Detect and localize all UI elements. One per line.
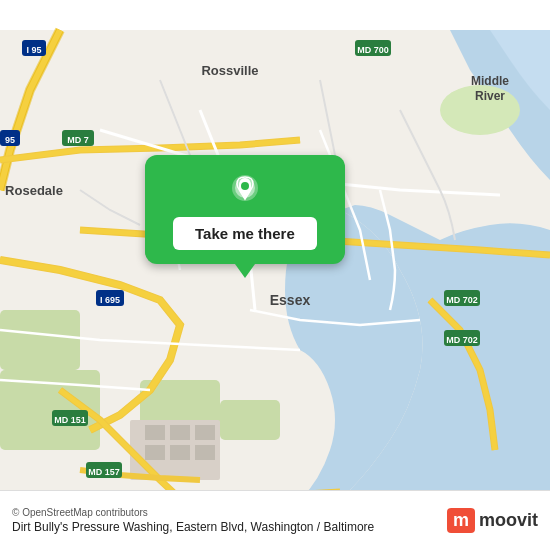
svg-text:MD 151: MD 151: [54, 415, 86, 425]
svg-text:MD 702: MD 702: [446, 335, 478, 345]
svg-text:Rosedale: Rosedale: [5, 183, 63, 198]
svg-text:River: River: [475, 89, 505, 103]
svg-rect-7: [145, 425, 165, 440]
moovit-logo-badge: m: [447, 508, 475, 533]
svg-text:95: 95: [5, 135, 15, 145]
svg-text:Essex: Essex: [270, 292, 311, 308]
location-pin-icon: [227, 173, 263, 209]
svg-text:MD 700: MD 700: [357, 45, 389, 55]
svg-rect-1: [0, 310, 80, 370]
info-bar: © OpenStreetMap contributors Dirt Bully'…: [0, 490, 550, 550]
svg-text:Rossville: Rossville: [201, 63, 258, 78]
svg-rect-9: [195, 425, 215, 440]
svg-rect-11: [170, 445, 190, 460]
svg-rect-10: [145, 445, 165, 460]
map-container: I 95 MD 700 MD 7 95 I 695 MD 702 MD 702 …: [0, 0, 550, 550]
take-me-there-button[interactable]: Take me there: [173, 217, 317, 250]
location-info: © OpenStreetMap contributors Dirt Bully'…: [12, 507, 374, 534]
popup-card: Take me there: [145, 155, 345, 264]
moovit-logo-text: moovit: [479, 510, 538, 531]
copyright-text: © OpenStreetMap contributors: [12, 507, 374, 518]
svg-text:MD 702: MD 702: [446, 295, 478, 305]
svg-point-42: [241, 182, 249, 190]
svg-rect-4: [220, 400, 280, 440]
popup-pointer: [235, 264, 255, 278]
svg-text:MD 157: MD 157: [88, 467, 120, 477]
svg-text:I 95: I 95: [26, 45, 41, 55]
location-name: Dirt Bully's Pressure Washing, Eastern B…: [12, 520, 374, 534]
svg-text:I 695: I 695: [100, 295, 120, 305]
svg-text:MD 7: MD 7: [67, 135, 89, 145]
svg-text:Middle: Middle: [471, 74, 509, 88]
destination-popup[interactable]: Take me there: [145, 155, 345, 278]
svg-rect-12: [195, 445, 215, 460]
svg-rect-8: [170, 425, 190, 440]
moovit-logo: m moovit: [447, 508, 538, 533]
